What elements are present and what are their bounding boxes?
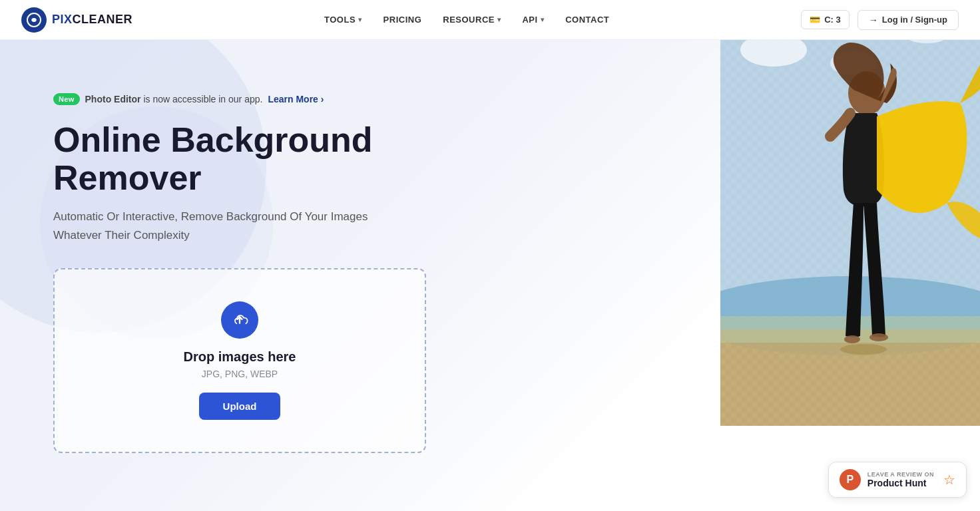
- format-text: JPG, PNG, WEBP: [81, 369, 398, 379]
- nav-resource[interactable]: RESOURCE ▾: [443, 15, 501, 25]
- login-icon: →: [869, 15, 878, 25]
- hero-section: New Photo Editor is now accessible in ou…: [0, 40, 980, 511]
- product-hunt-text: LEAVE A REVIEW ON Product Hunt: [867, 471, 934, 488]
- learn-more-link[interactable]: Learn More ›: [268, 94, 324, 104]
- credits-badge[interactable]: 💳 C: 3: [801, 10, 850, 29]
- navbar: PIXCLEANER TOOLS ▾ PRICING RESOURCE ▾ AP…: [0, 0, 980, 40]
- chevron-down-icon: ▾: [541, 16, 545, 23]
- upload-button[interactable]: Upload: [199, 393, 281, 420]
- nav-pricing[interactable]: PRICING: [383, 15, 422, 25]
- background-removed-image: [720, 40, 980, 426]
- ph-name: Product Hunt: [867, 478, 934, 488]
- arrow-right-icon: ›: [321, 94, 324, 104]
- drop-text: Drop images here: [81, 349, 398, 365]
- logo[interactable]: PIXCLEANER: [21, 7, 132, 33]
- nav-right: 💳 C: 3 → Log in / Sign-up: [801, 10, 959, 30]
- hero-subtitle: Automatic Or Interactive, Remove Backgro…: [53, 208, 519, 244]
- logo-icon: [21, 7, 47, 33]
- product-hunt-logo: P: [840, 469, 861, 490]
- hero-title: Online Background Remover: [53, 121, 519, 197]
- credits-icon: 💳: [810, 15, 820, 25]
- svg-point-10: [844, 335, 860, 343]
- ph-star-icon: ☆: [943, 472, 955, 488]
- nav-tools[interactable]: TOOLS ▾: [324, 15, 362, 25]
- ph-label: LEAVE A REVIEW ON: [867, 471, 934, 478]
- announcement-text: Photo Editor is now accessible in our ap…: [85, 94, 263, 104]
- woman-figure-svg: [720, 40, 980, 426]
- logo-text: PIXCLEANER: [52, 13, 132, 27]
- hero-left: New Photo Editor is now accessible in ou…: [0, 40, 546, 480]
- credits-count: C: 3: [824, 15, 841, 25]
- hero-image-panel: [720, 40, 980, 511]
- announcement-banner: New Photo Editor is now accessible in ou…: [53, 93, 519, 105]
- product-hunt-badge[interactable]: P LEAVE A REVIEW ON Product Hunt ☆: [828, 462, 967, 498]
- svg-point-11: [869, 333, 888, 341]
- svg-point-1: [32, 18, 36, 22]
- chevron-down-icon: ▾: [358, 16, 362, 23]
- svg-rect-4: [720, 329, 980, 426]
- upload-icon: [221, 301, 258, 339]
- nav-links: TOOLS ▾ PRICING RESOURCE ▾ API ▾ CONTACT: [324, 15, 609, 25]
- new-badge: New: [53, 93, 80, 105]
- login-button[interactable]: → Log in / Sign-up: [858, 10, 959, 30]
- chevron-down-icon: ▾: [497, 16, 501, 23]
- nav-api[interactable]: API ▾: [522, 15, 544, 25]
- svg-point-12: [840, 344, 887, 355]
- nav-contact[interactable]: CONTACT: [565, 15, 609, 25]
- upload-dropzone[interactable]: Drop images here JPG, PNG, WEBP Upload: [53, 268, 426, 453]
